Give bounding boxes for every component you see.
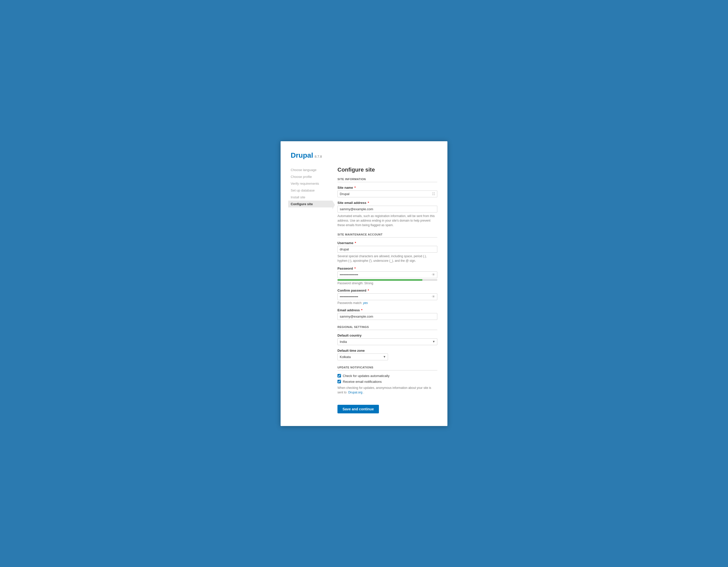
passwords-match-text: Passwords match: yes	[337, 301, 437, 305]
password-required: *	[354, 267, 356, 271]
site-information-section: SITE INFORMATION Site name * ☷ Site emai…	[337, 178, 437, 228]
save-continue-button[interactable]: Save and continue	[337, 405, 379, 413]
default-timezone-select[interactable]: Kolkata UTC New York London Tokyo Sydney…	[337, 353, 388, 360]
site-email-required: *	[368, 201, 369, 205]
sidebar-item-choose-language[interactable]: Choose language	[291, 167, 330, 173]
receive-email-checkbox[interactable]	[337, 380, 341, 383]
sidebar-item-configure-site[interactable]: Configure site	[288, 201, 332, 208]
page-container: Drupal 8.7.8 Choose language Choose prof…	[281, 141, 447, 426]
password-label: Password *	[337, 267, 437, 271]
password-input[interactable]	[337, 272, 437, 278]
email-address-input[interactable]	[337, 313, 437, 320]
sidebar-item-verify-requirements[interactable]: Verify requirements	[291, 180, 330, 187]
default-timezone-group: Default time zone Kolkata UTC New York L…	[337, 349, 437, 360]
site-information-title: SITE INFORMATION	[337, 178, 437, 182]
site-email-description: Automated emails, such as registration i…	[337, 214, 437, 228]
sidebar: Choose language Choose profile Verify re…	[291, 167, 330, 413]
username-required: *	[355, 241, 356, 245]
username-group: Username * Several special characters ar…	[337, 241, 437, 263]
site-name-wrapper: ☷	[337, 191, 437, 197]
password-strength-fill	[337, 279, 422, 281]
email-address-label: Email address *	[337, 308, 437, 312]
default-country-wrapper: India United States United Kingdom Germa…	[337, 338, 437, 345]
email-address-group: Email address *	[337, 308, 437, 320]
confirm-password-group: Confirm password * 👁 Passwords match: ye…	[337, 288, 437, 305]
site-name-group: Site name * ☷	[337, 186, 437, 197]
maintenance-account-section: SITE MAINTENANCE ACCOUNT Username * Seve…	[337, 233, 437, 320]
confirm-password-toggle-icon[interactable]: 👁	[432, 294, 435, 299]
default-country-label: Default country	[337, 333, 437, 337]
site-email-input[interactable]	[337, 206, 437, 213]
regional-settings-section: REGIONAL SETTINGS Default country India …	[337, 325, 437, 360]
form-area: Configure site SITE INFORMATION Site nam…	[337, 167, 437, 413]
password-wrapper: 👁	[337, 272, 437, 278]
regional-settings-title: REGIONAL SETTINGS	[337, 325, 437, 330]
site-email-group: Site email address * Automated emails, s…	[337, 201, 437, 228]
site-name-input[interactable]	[337, 191, 437, 197]
sidebar-item-install-site[interactable]: Install site	[291, 194, 330, 201]
update-notifications-title: UPDATE NOTIFICATIONS	[337, 366, 437, 370]
logo-area: Drupal 8.7.8	[291, 151, 437, 160]
check-updates-checkbox[interactable]	[337, 374, 341, 377]
drupal-org-link[interactable]: Drupal.org	[348, 391, 362, 394]
update-notifications-section: UPDATE NOTIFICATIONS Check for updates a…	[337, 366, 437, 395]
site-name-icon: ☷	[432, 192, 435, 196]
update-description: When checking for updates, anonymous inf…	[337, 385, 437, 395]
drupal-logo: Drupal	[291, 151, 313, 160]
maintenance-account-title: SITE MAINTENANCE ACCOUNT	[337, 233, 437, 238]
check-updates-label[interactable]: Check for updates automatically	[343, 374, 390, 378]
version-label: 8.7.8	[315, 155, 322, 159]
username-description: Several special characters are allowed, …	[337, 254, 437, 263]
confirm-password-input[interactable]	[337, 293, 437, 300]
site-email-label: Site email address *	[337, 201, 437, 205]
username-label: Username *	[337, 241, 437, 245]
confirm-password-label: Confirm password *	[337, 288, 437, 292]
email-address-required: *	[361, 308, 362, 312]
site-name-required: *	[354, 186, 356, 190]
sidebar-item-set-up-database[interactable]: Set up database	[291, 187, 330, 194]
confirm-password-required: *	[368, 288, 369, 292]
receive-email-label[interactable]: Receive email notifications	[343, 380, 382, 383]
password-group: Password * 👁 Password strength: Strong	[337, 267, 437, 285]
check-updates-row: Check for updates automatically	[337, 374, 437, 378]
sidebar-item-choose-profile[interactable]: Choose profile	[291, 173, 330, 180]
default-timezone-wrapper: Kolkata UTC New York London Tokyo Sydney…	[337, 353, 388, 360]
page-title: Configure site	[337, 167, 437, 173]
site-name-label: Site name *	[337, 186, 437, 190]
password-strength-bar	[337, 279, 437, 281]
password-strength-text: Password strength: Strong	[337, 282, 437, 285]
password-toggle-icon[interactable]: 👁	[432, 273, 435, 277]
main-content: Choose language Choose profile Verify re…	[291, 167, 437, 413]
default-country-group: Default country India United States Unit…	[337, 333, 437, 345]
username-input[interactable]	[337, 246, 437, 253]
confirm-password-wrapper: 👁	[337, 293, 437, 300]
default-timezone-label: Default time zone	[337, 349, 437, 352]
receive-email-row: Receive email notifications	[337, 380, 437, 383]
default-country-select[interactable]: India United States United Kingdom Germa…	[337, 338, 437, 345]
